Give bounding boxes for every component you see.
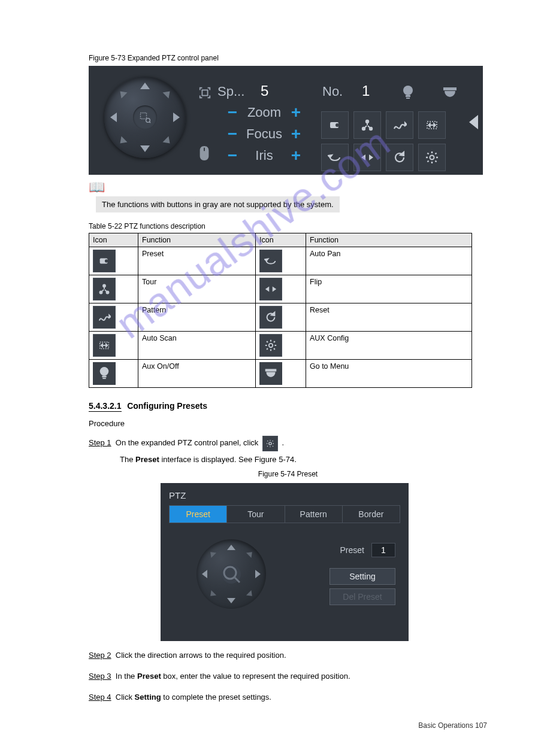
- flip-icon: [259, 278, 282, 300]
- table-row: Tour Flip: [89, 275, 472, 303]
- svg-marker-13: [405, 123, 407, 126]
- dpad-right-icon[interactable]: [255, 570, 261, 578]
- tour-button[interactable]: [353, 111, 381, 139]
- step4-label: Step 4: [89, 693, 111, 702]
- preset-right-pane: Preset Setting Del Preset: [294, 543, 395, 609]
- autoscan-button[interactable]: [418, 111, 446, 139]
- table-caption: Table 5-22 PTZ functions description: [89, 222, 487, 230]
- step3-label: Step 3: [89, 672, 111, 681]
- svg-marker-31: [271, 312, 275, 316]
- step4-text-c: to complete the preset settings.: [163, 693, 271, 702]
- table-cell: Aux On/Off: [138, 360, 256, 388]
- zoom-plus-button[interactable]: +: [288, 103, 304, 122]
- svg-point-23: [105, 259, 108, 263]
- table-cell: AUX Config: [306, 332, 472, 360]
- dpad-upright-icon[interactable]: [246, 549, 255, 558]
- step1-text-b: .: [282, 438, 285, 447]
- iris-plus-button[interactable]: +: [288, 146, 304, 165]
- table-cell: Tour: [138, 275, 256, 303]
- svg-point-35: [269, 344, 273, 347]
- dpad-down-icon[interactable]: [227, 598, 235, 603]
- reset-icon: [259, 306, 282, 329]
- dpad-up-icon[interactable]: [227, 545, 235, 550]
- svg-marker-19: [369, 154, 373, 160]
- dpad-left-icon[interactable]: [202, 570, 207, 578]
- dpad-center-button[interactable]: [133, 105, 157, 129]
- tab-preset[interactable]: Preset: [170, 506, 227, 523]
- collapse-arrow-icon[interactable]: [469, 115, 478, 129]
- step3-text-b: Preset: [137, 672, 161, 681]
- aux-onoff-icon: [93, 362, 116, 385]
- svg-point-26: [106, 291, 108, 293]
- table-header: Function: [306, 233, 472, 247]
- svg-marker-30: [109, 315, 111, 318]
- table-row: Preset Auto Pan: [89, 247, 472, 275]
- preset-dpad[interactable]: [197, 539, 266, 609]
- flip-button[interactable]: [353, 144, 381, 171]
- autopan-button[interactable]: [321, 144, 349, 171]
- step4-text-b: Setting: [135, 693, 161, 702]
- svg-marker-15: [428, 123, 430, 127]
- dpad-upright-icon[interactable]: [163, 89, 173, 99]
- dpad-downleft-icon[interactable]: [208, 590, 216, 599]
- focus-plus-button[interactable]: +: [288, 125, 304, 144]
- expand-icon[interactable]: [198, 86, 211, 99]
- dpad-downright-icon[interactable]: [163, 136, 173, 147]
- table-cell: Reset: [306, 303, 472, 332]
- dpad-up-icon[interactable]: [140, 83, 150, 89]
- preset-input-label: Preset: [340, 545, 364, 555]
- focus-minus-button[interactable]: −: [224, 125, 241, 144]
- bulb-icon[interactable]: [401, 85, 415, 101]
- dpad-center-button[interactable]: [222, 564, 241, 584]
- svg-marker-17: [328, 155, 332, 157]
- svg-marker-24: [265, 259, 268, 261]
- table-cell: Pattern: [138, 303, 256, 332]
- inline-gear-icon: [262, 436, 278, 451]
- dpad-right-icon[interactable]: [173, 113, 180, 122]
- mouse-icon[interactable]: [198, 146, 210, 160]
- dpad-upleft-icon[interactable]: [208, 549, 216, 558]
- reset-button[interactable]: [386, 144, 413, 171]
- focus-row: − Focus +: [224, 125, 304, 144]
- preset-tab-row: Preset Tour Pattern Border: [169, 505, 400, 523]
- table-header: Icon: [89, 233, 138, 247]
- dpad-left-icon[interactable]: [110, 113, 117, 122]
- pattern-button[interactable]: [386, 111, 413, 139]
- svg-marker-34: [106, 344, 108, 347]
- step1-text-a: On the expanded PTZ control panel, click: [116, 438, 261, 447]
- svg-rect-39: [265, 369, 277, 371]
- svg-rect-0: [141, 113, 147, 119]
- dpad-down-icon[interactable]: [140, 145, 150, 152]
- tab-pattern[interactable]: Pattern: [285, 506, 343, 523]
- table-row: Aux On/Off Go to Menu: [89, 360, 472, 388]
- iris-row: − Iris +: [224, 146, 304, 165]
- svg-rect-37: [102, 376, 106, 378]
- del-preset-button[interactable]: Del Preset: [330, 588, 395, 605]
- step2-text: Click the direction arrows to the requir…: [116, 651, 286, 660]
- svg-line-42: [235, 578, 240, 582]
- figure73-caption: Figure 5-73 Expanded PTZ control panel: [89, 54, 487, 62]
- svg-line-2: [150, 122, 151, 123]
- ptz-control-panel: Sp... 5 − Zoom + − Focus + − Iris + No. …: [89, 66, 483, 175]
- preset-button[interactable]: [321, 111, 349, 139]
- dpad-upleft-icon[interactable]: [117, 89, 128, 99]
- preset-number-input[interactable]: [371, 543, 395, 557]
- zoom-minus-button[interactable]: −: [224, 103, 241, 122]
- figure74-caption: Figure 5-74 Preset: [89, 470, 487, 478]
- tab-tour[interactable]: Tour: [227, 506, 285, 523]
- svg-point-21: [430, 156, 434, 160]
- note-book-icon: 📖: [89, 180, 105, 195]
- iris-minus-button[interactable]: −: [224, 146, 241, 165]
- ptz-dpad[interactable]: [104, 77, 186, 158]
- table-header: Icon: [256, 233, 306, 247]
- aux-config-button[interactable]: [418, 144, 446, 171]
- table-cell: Go to Menu: [306, 360, 472, 388]
- dpad-downright-icon[interactable]: [246, 590, 255, 599]
- zoom-row: − Zoom +: [224, 103, 304, 122]
- setting-button[interactable]: Setting: [330, 568, 395, 585]
- tab-border[interactable]: Border: [343, 506, 400, 523]
- step3-row: Step 3 In the Preset box, enter the valu…: [89, 670, 487, 683]
- svg-rect-38: [102, 378, 105, 379]
- dome-menu-icon[interactable]: [442, 86, 458, 99]
- dpad-downleft-icon[interactable]: [117, 136, 128, 147]
